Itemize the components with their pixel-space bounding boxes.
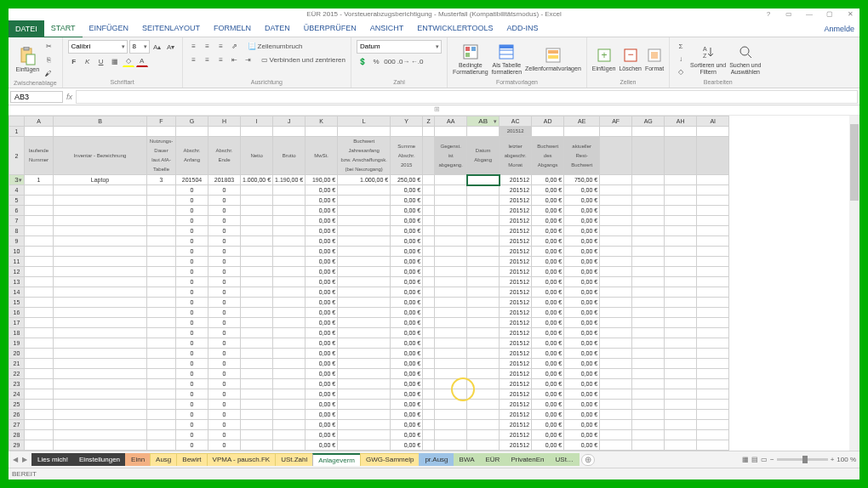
cell[interactable] [147,359,176,369]
cell[interactable]: 0,00 € [532,440,564,451]
vertical-scrollbar[interactable] [849,116,859,451]
find-select-button[interactable]: Suchen und Auswählen [729,43,761,76]
row-header[interactable]: 13 [9,277,25,287]
cell[interactable]: 0,00 € [391,216,423,226]
cell[interactable] [273,298,306,308]
cell[interactable] [423,196,435,206]
cell[interactable] [665,185,697,196]
row-header[interactable]: 10 [9,247,25,257]
cell[interactable] [665,257,697,267]
cell[interactable] [338,359,391,369]
cell[interactable] [435,175,467,185]
cell[interactable]: 0,00 € [564,216,600,226]
cell[interactable]: 0 [176,359,208,369]
cell[interactable]: 201512 [500,247,532,257]
row-header[interactable]: 24 [9,389,25,400]
cell[interactable]: 0,00 € [564,379,600,389]
cell[interactable]: 0 [208,410,241,420]
cell[interactable] [435,440,467,451]
cell[interactable]: 201512 [500,328,532,338]
cell[interactable] [600,298,632,308]
cell[interactable]: 0,00 € [564,369,600,379]
cell[interactable]: 0,00 € [306,318,338,328]
cell[interactable]: 201512 [500,318,532,328]
cell[interactable] [697,267,729,277]
cell[interactable]: 0 [176,185,208,196]
cell[interactable] [147,287,176,298]
cell[interactable] [147,216,176,226]
row-header[interactable]: 8 [9,226,25,236]
cell[interactable] [665,379,697,389]
cell[interactable] [25,451,54,451]
cell[interactable]: 0,00 € [306,430,338,440]
cell[interactable] [665,267,697,277]
cell[interactable] [338,267,391,277]
cell[interactable] [665,206,697,216]
border-icon[interactable]: ▦ [109,55,121,67]
cell[interactable]: 0,00 € [532,287,564,298]
sheet-tab[interactable]: VPMA - pausch.FK [207,453,277,466]
cell[interactable] [665,196,697,206]
cell[interactable] [147,196,176,206]
cell[interactable]: 0,00 € [564,226,600,236]
cell[interactable] [241,247,273,257]
cell[interactable] [54,196,147,206]
cell[interactable] [25,359,54,369]
cell[interactable]: 201512 [500,359,532,369]
cell[interactable]: 0,00 € [306,287,338,298]
cell[interactable]: 201512 [500,206,532,216]
sheet-tab[interactable]: Bewirt [176,453,207,466]
cell[interactable]: 0,00 € [391,369,423,379]
cell[interactable] [147,206,176,216]
cell[interactable] [632,400,665,410]
cell[interactable] [423,277,435,287]
cell[interactable]: 0 [176,328,208,338]
cell[interactable] [697,257,729,267]
cell[interactable] [273,328,306,338]
cell[interactable]: 0,00 € [391,359,423,369]
cell[interactable]: 750,00 € [564,175,600,185]
cell[interactable] [241,298,273,308]
cell[interactable]: 0 [208,267,241,277]
cell[interactable]: 0,00 € [532,318,564,328]
cell[interactable] [54,318,147,328]
cell[interactable] [600,440,632,451]
cell[interactable] [147,369,176,379]
cell[interactable] [273,440,306,451]
cell[interactable]: 0 [176,247,208,257]
cell[interactable]: 0 [208,247,241,257]
cell[interactable] [665,369,697,379]
cell[interactable]: 0,00 € [564,298,600,308]
cell[interactable] [241,359,273,369]
cell[interactable] [147,226,176,236]
cell[interactable]: 0,00 € [391,400,423,410]
cell[interactable]: 201512 [500,216,532,226]
cell[interactable] [665,287,697,298]
cell[interactable] [632,298,665,308]
cell[interactable] [600,226,632,236]
cell[interactable]: 0 [176,308,208,318]
cell[interactable] [25,257,54,267]
cell[interactable]: 0,00 € [306,451,338,451]
cell[interactable] [467,451,500,451]
cell[interactable] [467,369,500,379]
format-cells-button[interactable]: Format [645,46,664,72]
row-header[interactable]: 12 [9,267,25,277]
cell[interactable] [338,196,391,206]
cell[interactable]: 190,00 € [306,175,338,185]
cell[interactable] [467,185,500,196]
cell[interactable] [423,440,435,451]
cell[interactable] [273,247,306,257]
cell[interactable] [54,298,147,308]
cell[interactable]: 0,00 € [532,338,564,349]
cell[interactable]: 0 [208,430,241,440]
cell[interactable] [241,185,273,196]
row-header[interactable]: 2 [9,137,25,175]
cell[interactable]: 201512 [500,349,532,359]
cell[interactable] [25,196,54,206]
cell[interactable] [423,308,435,318]
cell[interactable] [423,328,435,338]
cell[interactable] [423,206,435,216]
cell[interactable]: 0 [208,308,241,318]
cell[interactable]: 0 [176,196,208,206]
